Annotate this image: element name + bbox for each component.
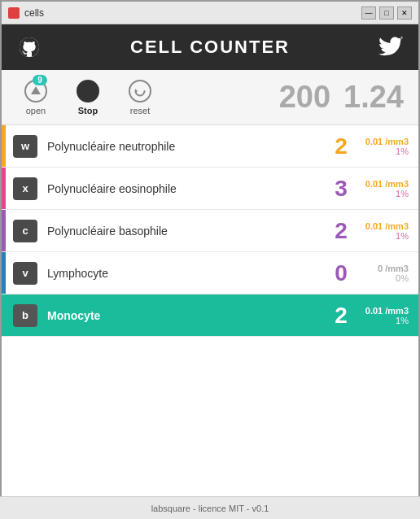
cell-density: 0.01 /mm3 (360, 221, 409, 231)
ratio-value: 1.24 (343, 80, 404, 115)
cell-row[interactable]: c Polynucléaire basophile 2 0.01 /mm3 1% (2, 210, 418, 252)
cell-name: Lymphocyte (47, 267, 329, 280)
stop-label: Stop (78, 106, 98, 116)
cell-count: 2 (329, 133, 353, 159)
up-arrow-icon (29, 85, 42, 98)
cell-stats: 0.01 /mm3 1% (360, 179, 409, 198)
cell-stats: 0.01 /mm3 1% (360, 221, 409, 241)
cell-count: 2 (329, 303, 353, 329)
maximize-button[interactable]: □ (379, 7, 394, 20)
cell-row[interactable]: b Monocyte 2 0.01 /mm3 1% (2, 294, 418, 337)
cell-count: 2 (329, 218, 353, 244)
footer: labsquare - licence MIT - v0.1 (0, 496, 420, 519)
cell-row[interactable]: w Polynucléaire neutrophile 2 0.01 /mm3 … (2, 125, 418, 168)
cell-key: b (13, 304, 37, 327)
window-controls: — □ ✕ (361, 7, 412, 20)
toolbar-stats: 200 1.24 (166, 80, 410, 115)
main-area (2, 337, 418, 519)
cell-density: 0.01 /mm3 (360, 306, 409, 316)
cell-accent (2, 125, 6, 167)
cell-density: 0.01 /mm3 (360, 179, 409, 189)
cell-key: x (13, 177, 37, 200)
app-title: Cell Counter (130, 37, 290, 58)
reset-icon (129, 80, 151, 102)
twitter-link[interactable] (376, 33, 405, 62)
app-icon (8, 7, 20, 19)
cell-density: 0 /mm3 (360, 264, 409, 273)
svg-marker-1 (31, 86, 41, 94)
cell-count: 0 (329, 260, 353, 286)
cell-key: w (13, 135, 37, 158)
cell-accent (2, 168, 6, 209)
cell-row[interactable]: x Polynucléaire eosinophile 3 0.01 /mm3 … (2, 168, 418, 210)
cell-accent (2, 252, 6, 294)
reset-label: reset (130, 106, 150, 116)
github-icon (18, 36, 41, 59)
minimize-button[interactable]: — (361, 7, 376, 20)
stop-button[interactable]: Stop (62, 75, 114, 120)
refresh-icon (133, 85, 147, 98)
cell-stats: 0.01 /mm3 1% (360, 137, 409, 156)
cell-count: 3 (329, 176, 353, 202)
cell-percent: 1% (360, 146, 409, 156)
cell-accent (2, 210, 6, 251)
window-title: cells (24, 7, 361, 19)
footer-text: labsquare - licence MIT - v0.1 (151, 504, 269, 513)
reset-button[interactable]: reset (114, 75, 166, 120)
count-badge: 9 (33, 75, 47, 85)
cell-name: Monocyte (47, 309, 329, 322)
cell-name: Polynucléaire eosinophile (47, 182, 329, 195)
cell-stats: 0 /mm3 0% (360, 264, 409, 283)
cell-name: Polynucléaire neutrophile (47, 140, 329, 153)
cell-percent: 1% (360, 231, 409, 241)
title-bar: cells — □ ✕ (2, 2, 418, 24)
cell-percent: 1% (360, 316, 409, 325)
open-label: open (26, 106, 46, 116)
total-count: 200 (279, 80, 330, 115)
stop-icon (77, 80, 99, 102)
cell-key: c (13, 220, 37, 242)
cell-density: 0.01 /mm3 (360, 137, 409, 146)
twitter-icon (378, 37, 403, 58)
cell-percent: 1% (360, 189, 409, 198)
github-link[interactable] (15, 33, 44, 62)
cell-stats: 0.01 /mm3 1% (360, 306, 409, 325)
cell-row[interactable]: v Lymphocyte 0 0 /mm3 0% (2, 252, 418, 294)
cell-name: Polynucléaire basophile (47, 225, 329, 238)
toolbar: open Stop reset 9 200 1.24 (2, 70, 418, 125)
app-header: Cell Counter (2, 24, 418, 70)
cell-list: w Polynucléaire neutrophile 2 0.01 /mm3 … (2, 125, 418, 337)
cell-accent (2, 294, 6, 336)
cell-key: v (13, 262, 37, 285)
close-button[interactable]: ✕ (397, 7, 412, 20)
cell-percent: 0% (360, 273, 409, 283)
